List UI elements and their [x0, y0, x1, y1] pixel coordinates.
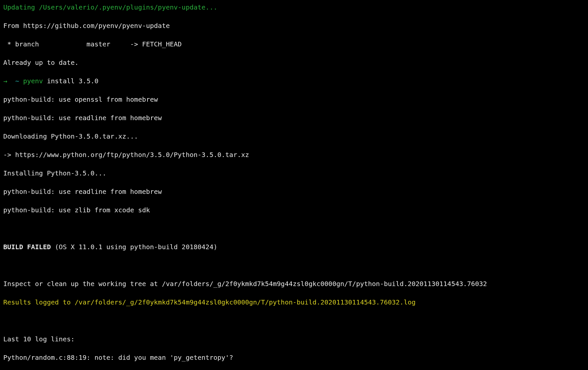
line-openssl: python-build: use openssl from homebrew — [3, 95, 585, 104]
line-from: From https://github.com/pyenv/pyenv-upda… — [3, 21, 585, 30]
line-blank1 — [3, 224, 585, 233]
line-branch: * branch master -> FETCH_HEAD — [3, 40, 585, 49]
line-uptodate: Already up to date. — [3, 58, 585, 67]
line-note1: Python/random.c:88:19: note: did you mea… — [3, 353, 585, 362]
line-url: -> https://www.python.org/ftp/python/3.5… — [3, 150, 585, 159]
line-readline1: python-build: use readline from homebrew — [3, 113, 585, 122]
line-buildfailed: BUILD FAILED (OS X 11.0.1 using python-b… — [3, 242, 585, 251]
line-results: Results logged to /var/folders/_g/2f0ykm… — [3, 298, 585, 307]
line-installing: Installing Python-3.5.0... — [3, 169, 585, 178]
line-prompt: → ~ pyenv install 3.5.0 — [3, 76, 585, 86]
line-blank3 — [3, 316, 585, 325]
line-readline2: python-build: use readline from homebrew — [3, 187, 585, 196]
line-last10: Last 10 log lines: — [3, 334, 585, 344]
line-zlib: python-build: use zlib from xcode sdk — [3, 205, 585, 215]
line-inspect: Inspect or clean up the working tree at … — [3, 279, 585, 288]
terminal-output[interactable]: Updating /Users/valerio/.pyenv/plugins/p… — [3, 3, 585, 370]
line-downloading: Downloading Python-3.5.0.tar.xz... — [3, 132, 585, 141]
line-blank2 — [3, 261, 585, 270]
line-updating: Updating /Users/valerio/.pyenv/plugins/p… — [3, 3, 585, 12]
